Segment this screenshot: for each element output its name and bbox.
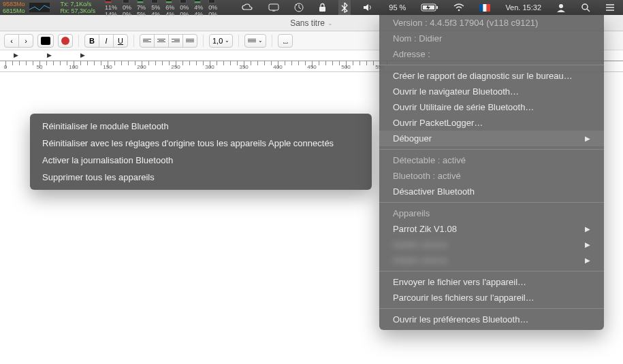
- bt-browse-files-item[interactable]: Parcourir les fichiers sur l'appareil…: [379, 290, 604, 305]
- battery-percent[interactable]: 95 %: [386, 0, 409, 15]
- play-marker-icon[interactable]: ▶: [14, 52, 18, 59]
- bt-address-row: Adresse :: [379, 46, 604, 62]
- debug-submenu-item[interactable]: Supprimer tous les appareils: [30, 169, 372, 186]
- svg-line-14: [587, 9, 590, 12]
- menu-separator: [379, 308, 604, 309]
- svg-rect-9: [479, 4, 483, 12]
- toolbar-separator: [133, 35, 134, 47]
- mem-used: 9583Mo: [3, 1, 25, 7]
- bt-prefs-item[interactable]: Ouvrir les préférences Bluetooth…: [379, 312, 604, 327]
- network-stat: Tx: 7,1Ko/s Rx: 57,3Ko/s: [61, 1, 96, 14]
- menu-separator: [379, 202, 604, 203]
- spotlight-icon[interactable]: [578, 0, 593, 15]
- battery-icon[interactable]: [418, 0, 441, 15]
- debug-submenu-item[interactable]: Activer la journalisation Bluetooth: [30, 152, 372, 169]
- lock-icon[interactable]: [316, 0, 329, 15]
- debug-submenu-item[interactable]: Réinitialiser avec les réglages d'origin…: [30, 135, 372, 152]
- submenu-arrow-icon: ▶: [585, 238, 590, 251]
- svg-rect-1: [269, 4, 278, 10]
- volume-icon[interactable]: [360, 0, 377, 15]
- bt-send-file-item[interactable]: Envoyer le fichier vers l'appareil…: [379, 274, 604, 290]
- svg-rect-4: [319, 7, 325, 12]
- toolbar-separator: [78, 35, 79, 47]
- align-left-button[interactable]: [140, 34, 155, 48]
- bt-menu-item[interactable]: Ouvrir Utilitaire de série Bluetooth…: [379, 99, 604, 115]
- timemachine-icon[interactable]: [291, 0, 306, 15]
- back-button[interactable]: ‹: [4, 34, 19, 48]
- navigation-group: ‹ ›: [4, 34, 33, 48]
- bt-debug-item[interactable]: Déboguer▶: [379, 131, 604, 146]
- notification-icon[interactable]: [603, 0, 618, 15]
- bluetooth-menu: Version : 4.4.5f3 17904 (v118 c9121) Nom…: [379, 15, 604, 330]
- bluetooth-debug-submenu: Réinitialiser le module BluetoothRéiniti…: [30, 114, 372, 190]
- swatch-red-icon: [61, 37, 69, 45]
- svg-point-12: [559, 4, 563, 8]
- document-title: Sans titre: [290, 18, 325, 28]
- wifi-icon[interactable]: [451, 0, 467, 15]
- cpu-percent-boxes: 11%14%0%0%7%5%5%4%6%4%0%0%4%4%0%0%: [105, 0, 217, 18]
- bt-menu-item[interactable]: Ouvrir le navigateur Bluetooth…: [379, 84, 604, 99]
- toolbar-separator: [272, 35, 272, 47]
- macos-menubar: 9583Mo 6815Mo Tx: 7,1Ko/s Rx: 57,3Ko/s 1…: [0, 0, 623, 15]
- list-style-select[interactable]: ⌄: [244, 34, 266, 48]
- bt-devices-header: Appareils: [379, 205, 604, 221]
- svg-rect-10: [483, 4, 487, 12]
- bt-menu-item[interactable]: Créer le rapport de diagnostic sur le bu…: [379, 68, 604, 84]
- bt-disable-item[interactable]: Désactiver Bluetooth: [379, 184, 604, 199]
- stroke-color-button[interactable]: [58, 34, 73, 48]
- user-icon[interactable]: [554, 0, 569, 15]
- forward-button[interactable]: ›: [18, 34, 33, 48]
- submenu-arrow-icon: ▶: [585, 222, 590, 235]
- fill-color-button[interactable]: [37, 34, 54, 48]
- input-flag[interactable]: [477, 0, 493, 15]
- menu-separator: [379, 65, 604, 65]
- svg-rect-0: [29, 3, 50, 12]
- align-center-button[interactable]: [154, 34, 169, 48]
- submenu-arrow-icon: ▶: [585, 132, 590, 145]
- align-group: [140, 34, 197, 48]
- toolbar-separator: [238, 35, 239, 47]
- line-spacing-select[interactable]: 1,0 ⌄: [209, 34, 233, 48]
- menu-separator: [379, 271, 604, 271]
- align-right-button[interactable]: [168, 34, 183, 48]
- svg-point-8: [458, 10, 460, 12]
- debug-submenu-item[interactable]: Réinitialiser le module Bluetooth: [30, 118, 372, 135]
- extra-button[interactable]: ⎵: [278, 34, 293, 48]
- toolbar-separator: [203, 35, 204, 47]
- memory-stat: 9583Mo 6815Mo: [3, 1, 25, 14]
- svg-point-13: [582, 4, 588, 10]
- menubar-left: 9583Mo 6815Mo Tx: 7,1Ko/s Rx: 57,3Ko/s 1…: [0, 0, 217, 18]
- bt-version-row: Version : 4.4.5f3 17904 (v118 c9121): [379, 15, 604, 31]
- bt-detectable-row: Détectable : activé: [379, 152, 604, 168]
- underline-button[interactable]: U: [113, 34, 128, 48]
- italic-button[interactable]: I: [99, 34, 114, 48]
- bluetooth-icon[interactable]: [338, 0, 351, 15]
- chevron-down-icon[interactable]: ⌄: [328, 20, 333, 27]
- menubar-right: 95 % Ven. 15:32: [238, 0, 623, 15]
- bt-name-row: Nom : Didier: [379, 31, 604, 46]
- bt-device-item[interactable]: hidden device▶: [379, 252, 604, 268]
- submenu-arrow-icon: ▶: [585, 254, 590, 267]
- mem-free: 6815Mo: [3, 7, 25, 14]
- bt-menu-item[interactable]: Ouvrir PacketLogger…: [379, 115, 604, 131]
- svg-rect-7: [436, 6, 438, 9]
- clock[interactable]: Ven. 15:32: [502, 0, 544, 15]
- bt-state-row: Bluetooth : activé: [379, 168, 604, 184]
- bt-device-item[interactable]: Parrot Zik V1.08▶: [379, 221, 604, 237]
- svg-rect-11: [487, 4, 490, 12]
- play-marker-icon[interactable]: ▶: [47, 52, 52, 59]
- swatch-black-icon: [41, 37, 50, 45]
- mem-graph-icon: [29, 3, 50, 12]
- bold-button[interactable]: B: [84, 34, 99, 48]
- align-justify-button[interactable]: [182, 34, 197, 48]
- creative-cloud-icon[interactable]: [238, 0, 256, 15]
- tab-markers: ▶ ▶ ▶: [14, 52, 85, 59]
- play-marker-icon[interactable]: ▶: [80, 52, 85, 59]
- flag-fr-icon: [479, 4, 490, 12]
- display-icon[interactable]: [266, 0, 282, 15]
- bt-device-item[interactable]: hidden device▶: [379, 237, 604, 252]
- style-group: B I U: [84, 34, 128, 48]
- menu-separator: [379, 149, 604, 150]
